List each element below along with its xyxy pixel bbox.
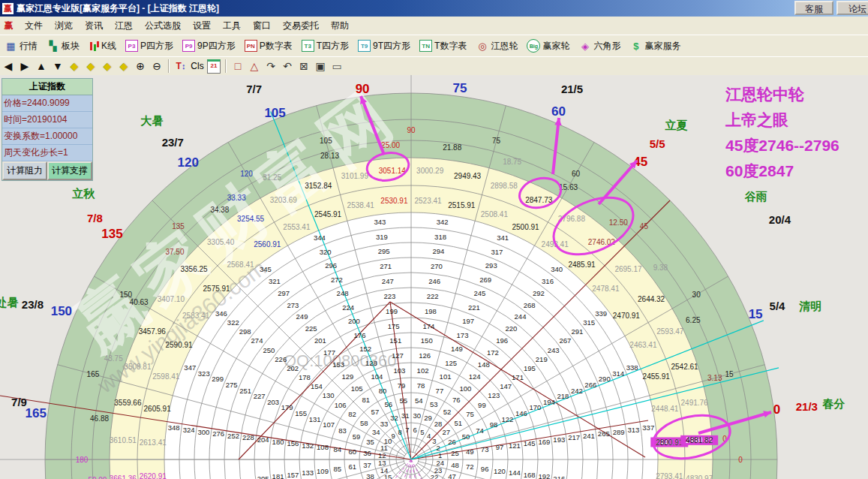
monitor-icon[interactable]: ▭	[329, 59, 344, 74]
square-tool-icon[interactable]: □	[230, 59, 245, 74]
toolbar-button-T数字表[interactable]: TNT数字表	[417, 38, 469, 54]
calc-support-button[interactable]: 计算支撑	[47, 161, 92, 180]
wheel-number: 152	[359, 345, 371, 353]
wheel-number: 298	[239, 327, 251, 336]
maximize-icon[interactable]: ⊠	[296, 59, 311, 74]
menu-item-1[interactable]: 浏览	[49, 17, 79, 35]
wheel-number: 240	[568, 477, 580, 479]
price-label: 2515.91	[448, 201, 476, 209]
gann-wheel-canvas[interactable]: 赢家财富网www.yingjia360.comQQ:10080036012345…	[0, 75, 868, 479]
arrow-left-icon[interactable]: ◀	[1, 59, 16, 74]
P9-icon: P9	[182, 40, 195, 52]
wheel-number: 223	[383, 292, 395, 300]
wheel-number: 252	[227, 432, 239, 440]
time-price-icon[interactable]: T↕	[173, 59, 188, 74]
calc-resistance-button[interactable]: 计算阻力	[2, 161, 47, 180]
wheel-number: 77	[436, 387, 444, 395]
wheel-number: 289	[613, 428, 625, 436]
menu-item-7[interactable]: 窗口	[247, 17, 277, 35]
cls-button[interactable]: Cls	[190, 59, 205, 74]
price-label: 2583.41	[182, 312, 210, 320]
wheel-number: 229	[242, 477, 254, 479]
zoom-out-icon[interactable]: ⊖	[149, 59, 164, 74]
panel-row-1: 时间=20190104	[2, 112, 92, 128]
price-label: 4881.82	[686, 436, 713, 444]
arrow-right-icon[interactable]: ▶	[17, 59, 32, 74]
wheel-number: 171	[512, 373, 524, 381]
rotate-cw-icon[interactable]: ↷	[263, 59, 278, 74]
toolbar-button-行情[interactable]: ▦行情	[2, 38, 40, 54]
toolbar-button-六角形[interactable]: ◈六角形	[576, 38, 623, 54]
toolbar-button-江恩轮[interactable]: ◎江恩轮	[473, 38, 520, 54]
triangle-tool-icon[interactable]: △	[247, 59, 262, 74]
angle-label: 75	[492, 137, 501, 145]
wheel-number: 147	[500, 382, 512, 390]
percent-label: 50.00	[88, 476, 107, 479]
menu-item-2[interactable]: 资讯	[79, 17, 109, 35]
zoom-in-icon[interactable]: ⊕	[133, 59, 148, 74]
outer-label-处暑: 处暑	[0, 296, 18, 309]
app-window: 赢 赢家江恩专业版[赢家服务平台] - [上证指数 江恩轮] 客服 论坛 赢 文…	[0, 0, 868, 479]
wheel-number: 49	[466, 447, 474, 456]
diamond-down-icon[interactable]: ◆	[116, 59, 131, 74]
percent-label: 40.63	[130, 298, 149, 306]
toolbar-button-T四方形[interactable]: T3T四方形	[299, 38, 351, 54]
toolbar-button-板块[interactable]: ▚板块	[44, 38, 82, 54]
center-icon[interactable]: ▣	[313, 59, 328, 74]
wheel-number: 58	[360, 419, 368, 427]
menu-item-0[interactable]: 文件	[19, 17, 49, 35]
menu-item-4[interactable]: 公式选股	[139, 17, 187, 35]
menu-item-8[interactable]: 交易委托	[277, 17, 325, 35]
wheel-number: 9	[392, 432, 395, 440]
wheel-number: 345	[260, 265, 272, 273]
rotate-ccw-icon[interactable]: ↶	[280, 59, 295, 74]
diamond-left-icon[interactable]: ◆	[67, 59, 82, 74]
toolbar-button-P四方形[interactable]: P3P四方形	[123, 38, 176, 54]
angle-label: 60	[572, 170, 581, 178]
toolbar-button-P数字表[interactable]: PNP数字表	[242, 38, 295, 54]
wheel-number: 274	[251, 336, 263, 345]
toolbar-button-K线[interactable]: K线	[86, 38, 119, 54]
wheel-number: 199	[386, 307, 398, 315]
arrow-up-icon[interactable]: ▲	[34, 59, 49, 74]
wheel-number: 198	[425, 307, 437, 315]
wheel-number: 300	[197, 428, 209, 436]
menu-item-6[interactable]: 工具	[217, 17, 247, 35]
wheel-number: 324	[183, 426, 195, 434]
wheel-number: 25	[451, 449, 459, 457]
forum-button[interactable]: 论坛	[836, 1, 868, 15]
wheel-number: 250	[263, 346, 275, 354]
wheel-number: 221	[468, 303, 480, 312]
diamond-right-icon[interactable]: ◆	[83, 59, 98, 74]
window-title: 赢家江恩专业版[赢家服务平台] - [上证指数 江恩轮]	[17, 2, 219, 15]
wheel-number: 272	[331, 276, 343, 284]
wheel-number: 81	[362, 396, 370, 404]
toolbar-button-赢家服务[interactable]: $赢家服务	[627, 38, 683, 54]
wheel-number: 148	[478, 360, 490, 369]
wheel-number: 104	[371, 372, 383, 381]
toolbar-button-9P四方形[interactable]: P99P四方形	[180, 38, 238, 54]
angle-label: 15	[725, 370, 734, 378]
outer-label-165: 165	[26, 406, 47, 420]
menu-item-5[interactable]: 设置	[187, 17, 217, 35]
toolbar-button-9T四方形[interactable]: T99T四方形	[356, 38, 413, 54]
menu-item-9[interactable]: 帮助	[325, 17, 355, 35]
wheel-number: 48	[451, 461, 459, 469]
wheel-number: 313	[628, 426, 640, 434]
wheel-number: 246	[428, 277, 440, 285]
wheel-number: 220	[505, 324, 517, 333]
price-label: 3508.81	[124, 363, 152, 371]
PN-icon: PN	[245, 40, 257, 52]
calendar-icon[interactable]: 21	[206, 59, 221, 74]
wheel-number: 344	[314, 233, 326, 242]
diamond-up-icon[interactable]: ◆	[100, 59, 115, 74]
customer-service-button[interactable]: 客服	[794, 1, 833, 15]
arrow-down-icon[interactable]: ▼	[50, 59, 65, 74]
kline-icon	[89, 41, 99, 52]
wheel-number: 28	[434, 420, 443, 428]
outer-label-15: 15	[749, 307, 763, 321]
wheel-number: 7	[405, 426, 409, 434]
menu-item-3[interactable]: 江恩	[109, 17, 139, 35]
outer-label-春分: 春分	[821, 397, 845, 410]
toolbar-button-赢家轮[interactable]: Big赢家轮	[524, 38, 572, 54]
